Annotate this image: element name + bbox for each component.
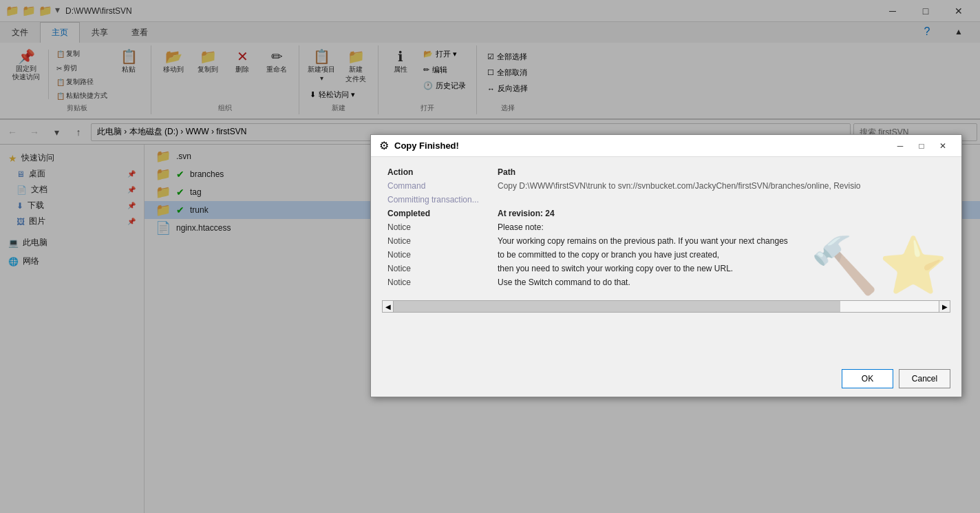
committing-col1: Committing transaction... xyxy=(382,193,492,207)
command-col2: Copy D:\WWW\firstSVN\trunk to svn://svnb… xyxy=(492,179,950,193)
notice-col2-5: Use the Switch command to do that. xyxy=(492,275,950,289)
modal-title: Copy Finished! xyxy=(394,140,890,151)
table-row-notice-2: Notice Your working copy remains on the … xyxy=(382,234,950,248)
command-col1: Command xyxy=(382,179,492,193)
notice-col1-1: Notice xyxy=(382,220,492,234)
table-row-notice-3: Notice to be committed to the copy or br… xyxy=(382,248,950,262)
modal-maximize-button[interactable]: □ xyxy=(911,138,932,154)
hscrollbar: ◀ ▶ xyxy=(382,300,950,313)
modal-minimize-button[interactable]: ─ xyxy=(890,138,910,154)
notice-col1-4: Notice xyxy=(382,262,492,275)
modal-table: Action Path Command Copy D:\WWW\firstSVN… xyxy=(382,165,950,289)
header-col2: Path xyxy=(492,165,950,179)
committing-col2 xyxy=(492,193,950,207)
modal-close-button[interactable]: ✕ xyxy=(933,138,953,154)
scroll-left-button[interactable]: ◀ xyxy=(383,301,394,312)
modal-icon: ⚙ xyxy=(379,139,389,152)
notice-col1-2: Notice xyxy=(382,234,492,248)
scroll-right-button[interactable]: ▶ xyxy=(939,301,950,312)
table-row-command: Command Copy D:\WWW\firstSVN\trunk to sv… xyxy=(382,179,950,193)
completed-col2: At revision: 24 xyxy=(492,207,950,220)
table-row-notice-4: Notice then you need to switch your work… xyxy=(382,262,950,275)
notice-col2-2: Your working copy remains on the previou… xyxy=(492,234,950,248)
modal-dialog: ⚙ Copy Finished! ─ □ ✕ 🔨⭐ Action Path Co xyxy=(370,134,962,397)
notice-col1-3: Notice xyxy=(382,248,492,262)
cancel-button[interactable]: Cancel xyxy=(899,369,950,388)
modal-controls: ─ □ ✕ xyxy=(890,138,953,154)
notice-col2-4: then you need to switch your working cop… xyxy=(492,262,950,275)
table-row-header: Action Path xyxy=(382,165,950,179)
header-col1: Action xyxy=(382,165,492,179)
table-row-notice-5: Notice Use the Switch command to do that… xyxy=(382,275,950,289)
table-row-notice-1: Notice Please note: xyxy=(382,220,950,234)
scroll-track[interactable] xyxy=(394,301,939,312)
ok-button[interactable]: OK xyxy=(842,369,893,388)
completed-col1: Completed xyxy=(382,207,492,220)
scroll-thumb[interactable] xyxy=(394,301,840,312)
modal-overlay: ⚙ Copy Finished! ─ □ ✕ 🔨⭐ Action Path Co xyxy=(0,0,980,513)
notice-col2-1: Please note: xyxy=(492,220,950,234)
table-row-committing: Committing transaction... xyxy=(382,193,950,207)
table-row-completed: Completed At revision: 24 xyxy=(382,207,950,220)
modal-footer: OK Cancel xyxy=(371,364,961,397)
notice-col2-3: to be committed to the copy or branch yo… xyxy=(492,248,950,262)
modal-content: 🔨⭐ Action Path Command Copy D:\WWW\first… xyxy=(371,157,961,364)
modal-titlebar: ⚙ Copy Finished! ─ □ ✕ xyxy=(371,135,961,157)
notice-col1-5: Notice xyxy=(382,275,492,289)
